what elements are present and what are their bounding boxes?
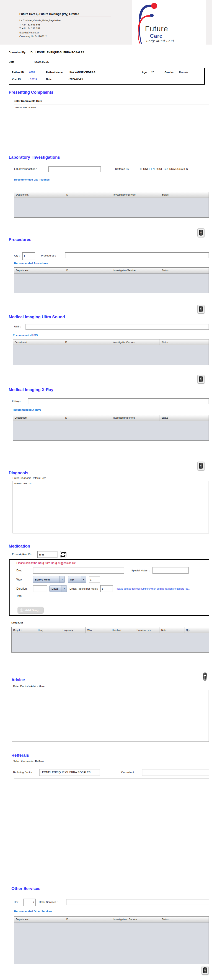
col-frequency: Fequency <box>61 627 86 633</box>
drug-row: Drug : Special Notes : <box>16 567 203 574</box>
company-title: Future Care by Future Holdings (Pty) Lim… <box>19 13 111 16</box>
logo-wordmark-care: Ca♥re <box>150 33 162 39</box>
company-address: Le Chainter,Victoria,Mahe,Seychelles <box>19 19 111 23</box>
way-meal-select[interactable]: Before Meal ▼ <box>33 576 65 583</box>
lab-testings-table[interactable]: Department ID Investigation/Service Stat… <box>14 192 209 218</box>
visit-date-label: Date <box>46 78 52 81</box>
xray-field-row: X-Rays : <box>12 398 209 405</box>
duration-input[interactable] <box>33 585 47 592</box>
consultant-input[interactable] <box>142 769 209 776</box>
add-drug-button[interactable]: + Add Drug <box>18 607 43 614</box>
procedures-field-label: Procedures : <box>41 254 56 257</box>
other-services-qty-input[interactable] <box>23 899 35 906</box>
delete-advice-trash-icon[interactable] <box>201 672 208 681</box>
diagnosis-title: Diagnosis <box>9 471 28 476</box>
presenting-complaints-title: Presenting Complaints <box>9 90 53 95</box>
lab-field-row: Lab Investingation : Reffered By : LEONE… <box>14 166 209 173</box>
trash-icon: ↻ <box>199 230 203 235</box>
date-label: Date <box>9 60 34 63</box>
way-row: Way : Before Meal ▼ OD ▼ <box>16 576 100 583</box>
complaints-textarea[interactable]: GYNAE USS NORMAL <box>14 105 209 133</box>
duration-label: Duration : <box>16 587 33 590</box>
way-frequency-value: OD <box>70 578 74 581</box>
other-services-title: Other Services <box>11 886 40 891</box>
col-duration: Duration <box>110 627 135 633</box>
col-qty: Qty <box>185 627 209 633</box>
special-notes-input[interactable] <box>153 567 188 574</box>
col-department: Department <box>13 339 63 345</box>
table-body-empty <box>14 274 209 293</box>
col-department: Department <box>14 192 64 197</box>
refferal-list-box[interactable] <box>14 778 209 883</box>
add-drug-label: Add Drug <box>25 608 39 612</box>
way-qty-input[interactable] <box>89 576 100 583</box>
date-value: : 2024-05-25 <box>34 60 49 63</box>
table-body-empty <box>14 198 209 218</box>
patient-id-value: 6859 <box>29 71 35 74</box>
logo-wordmark-future: Future <box>145 25 168 33</box>
header-band: Future Care by Future Holdings (Pty) Lim… <box>0 0 212 45</box>
xray-input[interactable] <box>28 398 209 404</box>
uss-table[interactable]: Department ID Investigation/Service Stat… <box>13 339 209 365</box>
consulted-by-value: Dr. LEONEL ENRIQUE GUERRA ROSALES <box>31 51 84 54</box>
prescription-row: Prescription ID : <box>12 551 209 558</box>
reffering-doctor-label: Reffering Doctor <box>13 771 32 773</box>
duration-row: Duration : Day/s ▼ Drugs/Tablets per mea… <box>16 585 208 592</box>
drug-input[interactable] <box>33 567 124 574</box>
table-body-empty <box>13 421 209 441</box>
per-meal-label: Drugs/Tablets per meal : <box>69 587 98 590</box>
company-logo: Future Ca♥re Body Mind Soul <box>132 0 206 45</box>
patient-id-label: Patient ID : <box>12 71 26 74</box>
diagnosis-sub-label: Enter Diagnosis Details Here <box>13 477 46 479</box>
delete-procedure-selection-button[interactable]: ↻ <box>198 305 204 313</box>
trash-icon: ↻ <box>199 463 203 469</box>
trash-icon: ↻ <box>203 967 207 973</box>
delete-uss-selection-button[interactable]: ↻ <box>198 375 204 383</box>
drug-list-label: Drug List <box>11 621 23 624</box>
col-investigation: Investigation/Service <box>112 267 160 273</box>
xray-table[interactable]: Department ID Investigation/Service Stat… <box>13 415 209 441</box>
other-services-field-row: Qty : Other Services : <box>14 898 209 906</box>
table-body-empty <box>13 345 209 365</box>
duration-unit-select[interactable]: Day/s ▼ <box>50 585 67 592</box>
lab-investigation-input[interactable] <box>48 167 101 172</box>
procedures-table[interactable]: Department ID Investigation/Service Stat… <box>14 267 209 293</box>
way-frequency-select[interactable]: OD ▼ <box>68 576 86 583</box>
reffering-doctor-input[interactable] <box>39 769 100 776</box>
visit-id-value: 13114 <box>30 78 37 81</box>
uss-title: Medical Imaging Ultra Sound <box>9 315 65 320</box>
drug-label: Drug <box>16 569 30 572</box>
recommended-lab-link: Recommended Lab Testings <box>14 178 50 181</box>
refferals-title: Refferals <box>11 753 29 758</box>
table-header-row: Department ID Investigation/Service Stat… <box>14 267 209 274</box>
table-header-row: Department ID Investigation / Service St… <box>14 916 209 923</box>
company-info: Future Care by Future Holdings (Pty) Lim… <box>19 13 111 39</box>
col-drug-id: Drug ID <box>11 627 36 633</box>
other-services-table[interactable]: Department ID Investigation / Service St… <box>14 916 209 964</box>
trash-icon: ↻ <box>199 376 203 382</box>
trash-icon: ↻ <box>199 306 203 312</box>
drug-entry-panel: Please select the Drug from Drug suggess… <box>9 559 209 616</box>
other-services-input[interactable] <box>66 899 209 905</box>
chevron-down-icon: ▼ <box>59 576 64 582</box>
prescription-id-input[interactable] <box>37 551 58 558</box>
procedures-input[interactable] <box>65 252 209 258</box>
company-phone-2: T: +24 84 225 252 <box>19 27 111 31</box>
delete-lab-selection-button[interactable]: ↻ <box>198 228 204 237</box>
table-header-row: Department ID Investigation/Service Stat… <box>14 192 209 198</box>
chevron-down-icon: ▼ <box>61 585 67 592</box>
drug-list-table[interactable]: Drug ID Drug Fequency Way Duration Durat… <box>11 627 209 652</box>
delete-xray-selection-button[interactable]: ↻ <box>198 461 204 470</box>
advice-textarea[interactable] <box>12 690 209 742</box>
per-meal-input[interactable] <box>100 585 113 592</box>
diagnosis-textarea[interactable]: NORMAL PERIOD <box>13 480 209 533</box>
other-services-qty-label: Qty : <box>14 900 19 904</box>
company-phone-1: T: +24 82 593 593 <box>19 23 111 27</box>
patient-info-box: Patient ID : 6859 Patient Name : INA YAN… <box>9 68 205 84</box>
col-id: ID <box>63 339 111 345</box>
refresh-prescription-icon[interactable] <box>60 551 67 558</box>
uss-input[interactable] <box>26 324 209 330</box>
delete-other-service-selection-button[interactable]: ↻ <box>201 966 208 975</box>
patient-name-label: Patient Name <box>46 71 63 74</box>
procedures-qty-input[interactable] <box>22 252 35 260</box>
